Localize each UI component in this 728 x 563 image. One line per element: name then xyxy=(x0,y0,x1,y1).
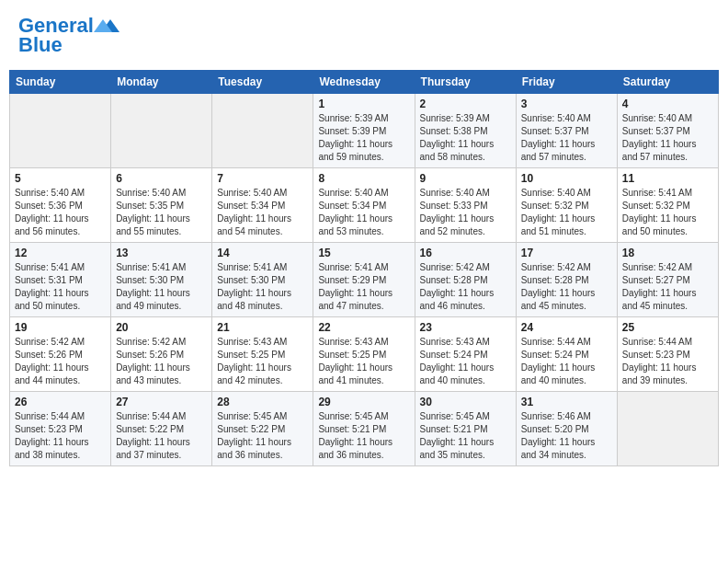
day-number: 26 xyxy=(15,396,106,408)
day-number: 24 xyxy=(521,321,612,334)
calendar-cell: 25Sunrise: 5:44 AM Sunset: 5:23 PM Dayli… xyxy=(617,317,718,392)
day-number: 31 xyxy=(521,396,612,408)
day-info: Sunrise: 5:42 AM Sunset: 5:28 PM Dayligh… xyxy=(521,261,612,313)
calendar-cell: 23Sunrise: 5:43 AM Sunset: 5:24 PM Dayli… xyxy=(415,317,516,392)
day-info: Sunrise: 5:44 AM Sunset: 5:24 PM Dayligh… xyxy=(521,336,612,387)
day-number: 3 xyxy=(521,98,612,110)
day-number: 6 xyxy=(116,172,207,185)
calendar-week-row: 26Sunrise: 5:44 AM Sunset: 5:23 PM Dayli… xyxy=(10,392,719,466)
day-number: 10 xyxy=(521,172,612,185)
day-number: 11 xyxy=(622,172,713,185)
day-of-week-header: Sunday xyxy=(10,71,111,94)
day-number: 5 xyxy=(15,172,106,185)
day-of-week-header: Saturday xyxy=(617,71,718,94)
calendar-table: SundayMondayTuesdayWednesdayThursdayFrid… xyxy=(9,70,719,466)
day-number: 1 xyxy=(318,98,409,110)
calendar-cell: 9Sunrise: 5:40 AM Sunset: 5:33 PM Daylig… xyxy=(415,168,516,243)
day-number: 28 xyxy=(217,396,308,408)
day-of-week-header: Thursday xyxy=(415,71,516,94)
calendar-cell: 7Sunrise: 5:40 AM Sunset: 5:34 PM Daylig… xyxy=(212,168,313,243)
day-number: 22 xyxy=(318,321,409,334)
day-of-week-header: Tuesday xyxy=(212,71,313,94)
calendar-cell: 24Sunrise: 5:44 AM Sunset: 5:24 PM Dayli… xyxy=(516,317,617,392)
calendar-cell: 1Sunrise: 5:39 AM Sunset: 5:39 PM Daylig… xyxy=(313,94,415,168)
day-info: Sunrise: 5:41 AM Sunset: 5:30 PM Dayligh… xyxy=(116,261,207,313)
day-number: 20 xyxy=(116,321,207,334)
day-number: 13 xyxy=(116,247,207,259)
day-number: 8 xyxy=(318,172,409,185)
calendar-cell: 30Sunrise: 5:45 AM Sunset: 5:21 PM Dayli… xyxy=(415,392,516,466)
day-info: Sunrise: 5:42 AM Sunset: 5:26 PM Dayligh… xyxy=(15,336,106,387)
calendar-cell: 21Sunrise: 5:43 AM Sunset: 5:25 PM Dayli… xyxy=(212,317,313,392)
day-number: 17 xyxy=(521,247,612,259)
day-info: Sunrise: 5:42 AM Sunset: 5:28 PM Dayligh… xyxy=(420,261,511,313)
day-number: 16 xyxy=(420,247,511,259)
day-info: Sunrise: 5:40 AM Sunset: 5:32 PM Dayligh… xyxy=(521,187,612,238)
day-info: Sunrise: 5:43 AM Sunset: 5:25 PM Dayligh… xyxy=(217,336,308,387)
day-info: Sunrise: 5:40 AM Sunset: 5:37 PM Dayligh… xyxy=(521,112,612,164)
day-info: Sunrise: 5:40 AM Sunset: 5:36 PM Dayligh… xyxy=(15,187,106,238)
day-info: Sunrise: 5:39 AM Sunset: 5:38 PM Dayligh… xyxy=(420,112,511,164)
day-number: 2 xyxy=(420,98,511,110)
day-number: 30 xyxy=(420,396,511,408)
calendar-week-row: 5Sunrise: 5:40 AM Sunset: 5:36 PM Daylig… xyxy=(10,168,719,243)
day-info: Sunrise: 5:41 AM Sunset: 5:30 PM Dayligh… xyxy=(217,261,308,313)
calendar-cell: 28Sunrise: 5:45 AM Sunset: 5:22 PM Dayli… xyxy=(212,392,313,466)
calendar-body: 1Sunrise: 5:39 AM Sunset: 5:39 PM Daylig… xyxy=(10,94,719,466)
calendar-cell: 12Sunrise: 5:41 AM Sunset: 5:31 PM Dayli… xyxy=(10,243,111,317)
calendar-cell: 18Sunrise: 5:42 AM Sunset: 5:27 PM Dayli… xyxy=(617,243,718,317)
calendar-cell: 8Sunrise: 5:40 AM Sunset: 5:34 PM Daylig… xyxy=(313,168,415,243)
calendar-cell: 4Sunrise: 5:40 AM Sunset: 5:37 PM Daylig… xyxy=(617,94,718,168)
day-info: Sunrise: 5:44 AM Sunset: 5:23 PM Dayligh… xyxy=(15,410,106,462)
calendar-cell: 14Sunrise: 5:41 AM Sunset: 5:30 PM Dayli… xyxy=(212,243,313,317)
day-number: 9 xyxy=(420,172,511,185)
calendar-cell: 15Sunrise: 5:41 AM Sunset: 5:29 PM Dayli… xyxy=(313,243,415,317)
calendar-cell xyxy=(111,94,212,168)
day-info: Sunrise: 5:42 AM Sunset: 5:27 PM Dayligh… xyxy=(622,261,713,313)
day-number: 14 xyxy=(217,247,308,259)
day-number: 18 xyxy=(622,247,713,259)
day-info: Sunrise: 5:40 AM Sunset: 5:34 PM Dayligh… xyxy=(318,187,409,238)
day-info: Sunrise: 5:43 AM Sunset: 5:25 PM Dayligh… xyxy=(318,336,409,387)
calendar-cell: 3Sunrise: 5:40 AM Sunset: 5:37 PM Daylig… xyxy=(516,94,617,168)
day-number: 15 xyxy=(318,247,409,259)
calendar-cell: 11Sunrise: 5:41 AM Sunset: 5:32 PM Dayli… xyxy=(617,168,718,243)
calendar-cell: 20Sunrise: 5:42 AM Sunset: 5:26 PM Dayli… xyxy=(111,317,212,392)
calendar-cell: 2Sunrise: 5:39 AM Sunset: 5:38 PM Daylig… xyxy=(415,94,516,168)
day-number: 29 xyxy=(318,396,409,408)
page-header: General Blue xyxy=(9,9,719,63)
day-info: Sunrise: 5:45 AM Sunset: 5:21 PM Dayligh… xyxy=(318,410,409,462)
day-number: 25 xyxy=(622,321,713,334)
calendar-cell: 10Sunrise: 5:40 AM Sunset: 5:32 PM Dayli… xyxy=(516,168,617,243)
calendar-cell: 6Sunrise: 5:40 AM Sunset: 5:35 PM Daylig… xyxy=(111,168,212,243)
day-info: Sunrise: 5:44 AM Sunset: 5:23 PM Dayligh… xyxy=(622,336,713,387)
calendar-cell xyxy=(212,94,313,168)
calendar-cell: 19Sunrise: 5:42 AM Sunset: 5:26 PM Dayli… xyxy=(10,317,111,392)
day-info: Sunrise: 5:40 AM Sunset: 5:34 PM Dayligh… xyxy=(217,187,308,238)
calendar-header-row: SundayMondayTuesdayWednesdayThursdayFrid… xyxy=(10,71,719,94)
day-info: Sunrise: 5:40 AM Sunset: 5:33 PM Dayligh… xyxy=(420,187,511,238)
day-info: Sunrise: 5:43 AM Sunset: 5:24 PM Dayligh… xyxy=(420,336,511,387)
calendar-week-row: 12Sunrise: 5:41 AM Sunset: 5:31 PM Dayli… xyxy=(10,243,719,317)
day-info: Sunrise: 5:41 AM Sunset: 5:29 PM Dayligh… xyxy=(318,261,409,313)
calendar-cell: 22Sunrise: 5:43 AM Sunset: 5:25 PM Dayli… xyxy=(313,317,415,392)
day-number: 19 xyxy=(15,321,106,334)
day-number: 21 xyxy=(217,321,308,334)
calendar-cell: 17Sunrise: 5:42 AM Sunset: 5:28 PM Dayli… xyxy=(516,243,617,317)
day-info: Sunrise: 5:44 AM Sunset: 5:22 PM Dayligh… xyxy=(116,410,207,462)
calendar-cell: 13Sunrise: 5:41 AM Sunset: 5:30 PM Dayli… xyxy=(111,243,212,317)
day-info: Sunrise: 5:42 AM Sunset: 5:26 PM Dayligh… xyxy=(116,336,207,387)
calendar-cell: 16Sunrise: 5:42 AM Sunset: 5:28 PM Dayli… xyxy=(415,243,516,317)
day-number: 4 xyxy=(622,98,713,110)
day-info: Sunrise: 5:39 AM Sunset: 5:39 PM Dayligh… xyxy=(318,112,409,164)
day-number: 23 xyxy=(420,321,511,334)
calendar-cell: 31Sunrise: 5:46 AM Sunset: 5:20 PM Dayli… xyxy=(516,392,617,466)
calendar-week-row: 19Sunrise: 5:42 AM Sunset: 5:26 PM Dayli… xyxy=(10,317,719,392)
day-info: Sunrise: 5:45 AM Sunset: 5:22 PM Dayligh… xyxy=(217,410,308,462)
day-info: Sunrise: 5:46 AM Sunset: 5:20 PM Dayligh… xyxy=(521,410,612,462)
day-info: Sunrise: 5:40 AM Sunset: 5:37 PM Dayligh… xyxy=(622,112,713,164)
day-number: 12 xyxy=(15,247,106,259)
logo: General Blue xyxy=(18,15,119,57)
day-info: Sunrise: 5:41 AM Sunset: 5:31 PM Dayligh… xyxy=(15,261,106,313)
day-of-week-header: Wednesday xyxy=(313,71,415,94)
